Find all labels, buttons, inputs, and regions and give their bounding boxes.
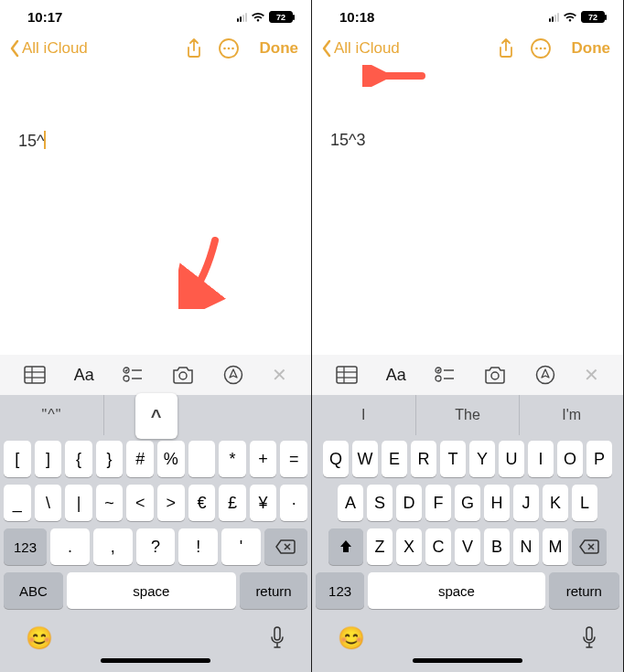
space-key[interactable]: space: [67, 572, 236, 609]
close-toolbar-icon[interactable]: ✕: [584, 364, 599, 386]
key[interactable]: O: [557, 441, 583, 477]
suggestion-3[interactable]: I'm: [520, 395, 623, 435]
home-indicator[interactable]: [101, 658, 210, 663]
key[interactable]: €: [188, 485, 216, 521]
table-icon[interactable]: [24, 366, 46, 384]
done-button[interactable]: Done: [572, 39, 611, 58]
key[interactable]: P: [586, 441, 612, 477]
text-format-icon[interactable]: Aa: [386, 366, 406, 385]
checklist-icon[interactable]: [123, 366, 143, 384]
key[interactable]: !: [178, 528, 218, 565]
key[interactable]: *: [219, 441, 246, 477]
more-icon[interactable]: [530, 37, 552, 59]
key[interactable]: .: [50, 528, 90, 565]
suggestion-2[interactable]: The: [416, 395, 521, 435]
mic-icon[interactable]: [581, 626, 597, 650]
key[interactable]: ¥: [250, 485, 277, 521]
key[interactable]: U: [499, 441, 524, 477]
suggestion-bar: I The I'm: [312, 395, 623, 435]
key[interactable]: %: [157, 441, 185, 477]
key[interactable]: +: [250, 441, 277, 477]
key[interactable]: <: [126, 485, 154, 521]
key[interactable]: ]: [35, 441, 62, 477]
key[interactable]: }: [96, 441, 124, 477]
key[interactable]: E: [382, 441, 407, 477]
camera-icon[interactable]: [483, 366, 507, 384]
text-format-icon[interactable]: Aa: [74, 366, 94, 385]
key[interactable]: K: [543, 485, 568, 521]
return-key[interactable]: return: [240, 572, 307, 609]
key[interactable]: R: [411, 441, 436, 477]
share-icon[interactable]: [185, 37, 203, 59]
keyboard-symbols: [ ] { } # % * + = _ \ | ~ < > € £ ¥ · 12…: [0, 435, 311, 672]
space-key[interactable]: space: [368, 572, 544, 609]
emoji-icon[interactable]: 😊: [338, 625, 365, 651]
key[interactable]: N: [513, 528, 539, 565]
key[interactable]: D: [396, 485, 422, 521]
key[interactable]: ·: [280, 485, 307, 521]
key[interactable]: L: [572, 485, 597, 521]
key[interactable]: X: [396, 528, 422, 565]
key[interactable]: C: [425, 528, 451, 565]
key-abc[interactable]: ABC: [4, 572, 63, 609]
delete-key[interactable]: [572, 528, 607, 565]
key[interactable]: F: [425, 485, 451, 521]
home-indicator[interactable]: [413, 658, 522, 663]
key[interactable]: H: [484, 485, 510, 521]
markup-icon[interactable]: [223, 365, 243, 385]
key[interactable]: =: [280, 441, 307, 477]
return-key[interactable]: return: [549, 572, 619, 609]
key[interactable]: V: [455, 528, 480, 565]
key-123[interactable]: 123: [316, 572, 364, 609]
key[interactable]: M: [543, 528, 568, 565]
key[interactable]: #: [126, 441, 154, 477]
key[interactable]: G: [455, 485, 480, 521]
svg-point-18: [543, 48, 546, 50]
table-icon[interactable]: [336, 366, 358, 384]
key[interactable]: |: [65, 485, 92, 521]
back-button[interactable]: All iCloud: [321, 39, 400, 58]
svg-point-17: [539, 48, 542, 50]
key[interactable]: ?: [136, 528, 176, 565]
key[interactable]: I: [528, 441, 554, 477]
key[interactable]: Y: [469, 441, 495, 477]
note-editor[interactable]: 15^: [0, 67, 311, 355]
emoji-icon[interactable]: 😊: [26, 625, 53, 651]
key[interactable]: S: [367, 485, 393, 521]
key[interactable]: A: [338, 485, 363, 521]
key-caret[interactable]: [188, 441, 216, 477]
key[interactable]: \: [35, 485, 62, 521]
back-button[interactable]: All iCloud: [9, 39, 88, 58]
key[interactable]: W: [352, 441, 378, 477]
key[interactable]: ~: [96, 485, 124, 521]
key[interactable]: B: [484, 528, 510, 565]
key[interactable]: Z: [367, 528, 393, 565]
key[interactable]: T: [440, 441, 466, 477]
key[interactable]: Q: [323, 441, 349, 477]
note-editor[interactable]: 15^3: [312, 67, 623, 355]
key[interactable]: J: [513, 485, 539, 521]
share-icon[interactable]: [497, 37, 515, 59]
close-toolbar-icon[interactable]: ✕: [272, 364, 287, 386]
more-icon[interactable]: [218, 37, 240, 59]
nav-actions: Done: [497, 37, 611, 59]
delete-key[interactable]: [264, 528, 307, 565]
done-button[interactable]: Done: [260, 39, 299, 58]
key[interactable]: ': [221, 528, 261, 565]
key[interactable]: ,: [93, 528, 133, 565]
suggestion-1[interactable]: I: [312, 395, 416, 435]
key[interactable]: {: [65, 441, 92, 477]
camera-icon[interactable]: [171, 366, 195, 384]
suggestion-right[interactable]: [208, 395, 311, 435]
key[interactable]: £: [219, 485, 246, 521]
shift-key[interactable]: [328, 528, 363, 565]
status-bar: 10:17 72: [0, 0, 311, 28]
mic-icon[interactable]: [269, 626, 285, 650]
key[interactable]: [: [4, 441, 31, 477]
key-123[interactable]: 123: [4, 528, 47, 565]
key[interactable]: _: [4, 485, 31, 521]
checklist-icon[interactable]: [435, 366, 455, 384]
markup-icon[interactable]: [535, 365, 555, 385]
key[interactable]: >: [157, 485, 185, 521]
suggestion-left[interactable]: "^": [0, 395, 104, 435]
